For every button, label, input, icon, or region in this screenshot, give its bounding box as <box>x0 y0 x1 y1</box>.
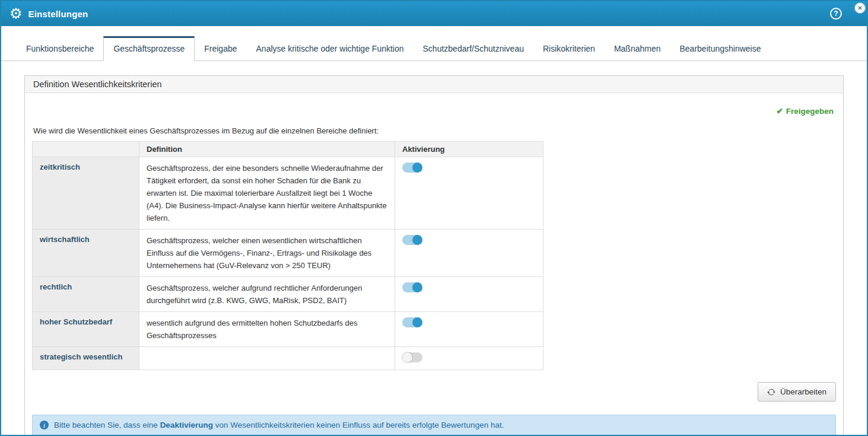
tab-funktionsbereiche[interactable]: Funktionsbereiche <box>17 37 103 61</box>
info-icon: i <box>40 421 49 429</box>
criterion-definition: wesentlich aufgrund des ermittelten hohe… <box>139 312 395 347</box>
activation-toggle[interactable] <box>402 352 422 362</box>
table-row: strategisch wesentlich <box>33 347 543 370</box>
activation-toggle[interactable] <box>402 282 422 292</box>
criterion-definition: Geschäftsprozess, welcher einen wesentli… <box>139 230 395 277</box>
question-text: Wie wird die Wesentlichkeit eines Geschä… <box>32 126 836 135</box>
check-icon: ✔ <box>776 107 783 116</box>
tab-geschaeftsprozesse[interactable]: Geschäftsprozesse <box>103 36 195 61</box>
tab-bar: Funktionsbereiche Geschäftsprozesse Frei… <box>1 36 867 61</box>
activation-toggle[interactable] <box>402 235 422 245</box>
tab-risikokriterien[interactable]: Risikokriterien <box>533 37 605 61</box>
column-header-definition: Definition <box>139 142 395 157</box>
title-bar: ⚙ Einstellungen ? <box>1 1 867 26</box>
tab-schutzbedarf-schutzniveau[interactable]: Schutzbedarf/Schutzniveau <box>414 37 533 61</box>
activation-toggle[interactable] <box>402 163 422 173</box>
status-label: Freigegeben <box>786 107 834 116</box>
status-badge: ✔Freigegeben <box>32 100 836 116</box>
table-header-row: Definition Aktivierung <box>33 142 543 157</box>
tab-massnahmen[interactable]: Maßnahmen <box>605 37 670 61</box>
tab-freigabe[interactable]: Freigabe <box>195 37 246 61</box>
panel-title: Definition Wesentlichkeitskriterien <box>25 76 843 93</box>
definition-panel: Definition Wesentlichkeitskriterien ✔Fre… <box>24 75 844 436</box>
table-row: rechtlich Geschäftsprozess, welcher aufg… <box>33 277 543 312</box>
settings-window: ⚙ Einstellungen ? ✕ Funktionsbereiche Ge… <box>0 0 868 436</box>
criterion-name: zeitkritisch <box>33 157 139 230</box>
criterion-name: strategisch wesentlich <box>33 347 139 370</box>
tab-analyse-kritische-funktion[interactable]: Analyse kritische oder wichtige Funktion <box>247 37 414 61</box>
criterion-name: hoher Schutzbedarf <box>33 312 139 347</box>
toggle-knob <box>412 163 422 173</box>
toggle-knob <box>402 352 412 362</box>
help-icon[interactable]: ? <box>830 8 842 20</box>
toggle-knob <box>412 235 422 245</box>
criterion-definition: Geschäftsprozess, welcher aufgrund recht… <box>139 277 395 312</box>
panel-body: ✔Freigegeben Wie wird die Wesentlichkeit… <box>25 93 843 435</box>
column-header-criterion <box>33 142 139 157</box>
table-row: hoher Schutzbedarf wesentlich aufgrund d… <box>33 312 543 347</box>
close-icon[interactable]: ✕ <box>854 2 866 14</box>
gear-icon: ⚙ <box>9 7 23 21</box>
info-bar: i Bitte beachten Sie, dass eine Deaktivi… <box>32 415 836 435</box>
refresh-icon <box>767 388 775 396</box>
criterion-definition <box>139 347 395 370</box>
criteria-table: Definition Aktivierung zeitkritisch Gesc… <box>32 141 543 370</box>
toggle-knob <box>412 317 422 327</box>
table-row: zeitkritisch Geschäftsprozess, der eine … <box>33 157 543 230</box>
criterion-definition: Geschäftsprozess, der eine besonders sch… <box>139 157 395 230</box>
info-text: Bitte beachten Sie, dass eine Deaktivier… <box>54 421 504 429</box>
criterion-name: rechtlich <box>33 277 139 312</box>
content-area: Definition Wesentlichkeitskriterien ✔Fre… <box>1 61 867 436</box>
column-header-aktivierung: Aktivierung <box>395 142 543 157</box>
toggle-knob <box>412 282 422 292</box>
table-row: wirtschaftlich Geschäftsprozess, welcher… <box>33 230 543 277</box>
button-row: Überarbeiten <box>32 382 836 402</box>
rework-button[interactable]: Überarbeiten <box>758 382 836 402</box>
window-title: Einstellungen <box>28 9 88 19</box>
activation-toggle[interactable] <box>402 317 422 327</box>
criterion-name: wirtschaftlich <box>33 230 139 277</box>
tab-bearbeitungshinweise[interactable]: Bearbeitungshinweise <box>670 37 771 61</box>
rework-button-label: Überarbeiten <box>780 387 826 396</box>
